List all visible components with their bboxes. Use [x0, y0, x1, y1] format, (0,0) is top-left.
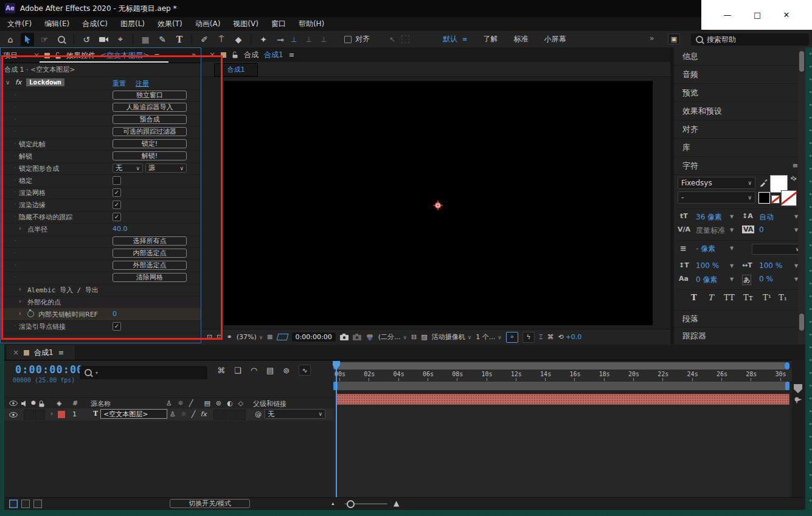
tracking-value[interactable]: 0	[759, 225, 764, 234]
expander-icon[interactable]: ›	[19, 225, 21, 232]
caret-icon[interactable]: ▼	[730, 263, 734, 269]
menu-edit[interactable]: 编辑(E)	[44, 19, 69, 29]
subscript-button[interactable]: T₁	[779, 293, 787, 302]
keyframe-ref-value[interactable]: 0	[113, 310, 117, 318]
graph-editor-icon[interactable]: ∿	[299, 365, 311, 376]
toggle-switches-modes-button[interactable]: 切换开关/模式	[170, 499, 250, 508]
select-all-points-button[interactable]: 选择所有点	[113, 236, 187, 246]
time-navigator[interactable]	[333, 362, 789, 370]
horizontal-scale-value[interactable]: 100 %	[759, 261, 782, 270]
standalone-window-button[interactable]: 独立窗口	[113, 91, 187, 100]
panel-overflow-chevron[interactable]: »	[192, 50, 196, 59]
tab-close-icon[interactable]: ×	[209, 50, 215, 59]
right-dock-scrollbar[interactable]	[798, 47, 805, 345]
graph-comp-select[interactable]: 无∨	[113, 163, 143, 173]
leading-value[interactable]: 自动	[759, 212, 774, 222]
optional-track-filter-button[interactable]: 可选的跟踪过滤器	[113, 127, 187, 136]
magnification-select[interactable]: (37%)∨	[237, 333, 263, 341]
layer-label-color[interactable]	[58, 411, 65, 418]
workspace-learn[interactable]: 了解	[483, 34, 498, 44]
small-caps-button[interactable]: Tᴛ	[743, 293, 753, 302]
font-style-select[interactable]: -∨	[678, 191, 755, 204]
rotate-tool[interactable]: ↺	[80, 33, 93, 46]
zoom-tool[interactable]	[55, 33, 68, 46]
workspace-small-screen[interactable]: 小屏幕	[544, 34, 566, 44]
time-ruler[interactable]: 00s02s04s06s08s10s12s14s16s18s20s22s24s2…	[333, 370, 792, 382]
parent-select[interactable]: 无∨	[265, 409, 325, 419]
tab-close-icon[interactable]: ×	[33, 51, 40, 60]
tab-close-icon[interactable]: ×	[13, 348, 19, 357]
layer-visibility-eye-icon[interactable]	[9, 412, 18, 418]
switch-cell[interactable]	[224, 410, 235, 420]
selection-tool[interactable]	[21, 33, 34, 46]
aux-monitor-icon[interactable]: ⊡	[217, 333, 222, 341]
no-color-swatch[interactable]	[781, 190, 797, 206]
audio-cell[interactable]	[24, 410, 34, 420]
outer-selected-points-button[interactable]: 外部选定点	[113, 261, 187, 270]
view-axis-icon[interactable]: ⊥	[321, 35, 327, 44]
viewer-timecode[interactable]: 0:00:00:00	[292, 332, 336, 342]
panel-menu-icon[interactable]: ≡	[154, 52, 159, 60]
roto-brush-tool[interactable]: ✦	[257, 33, 270, 46]
expander-icon[interactable]: ›	[19, 298, 21, 304]
expander-icon[interactable]: ›	[19, 310, 21, 317]
menu-window[interactable]: 窗口	[271, 19, 286, 29]
render-edges-checkbox[interactable]	[113, 201, 121, 209]
effect-name[interactable]: Lockdown	[26, 78, 64, 86]
pen-tool[interactable]: ✎	[156, 33, 169, 46]
graph-source-select[interactable]: 源∨	[145, 163, 187, 173]
stabilize-checkbox[interactable]	[113, 176, 121, 185]
playhead-line[interactable]	[336, 362, 337, 497]
layer-expander-icon[interactable]: ›	[50, 410, 53, 417]
font-size-value[interactable]: 36 像素	[696, 212, 722, 222]
clear-mesh-button[interactable]: 清除网格	[113, 273, 187, 282]
preview-monitor-icon[interactable]: ⊡	[207, 333, 212, 341]
tab-composition-name[interactable]: 合成1	[264, 50, 283, 60]
frame-blending-icon[interactable]: ▤	[266, 366, 274, 375]
switch-cell[interactable]	[213, 410, 224, 420]
world-axis-icon[interactable]: ⊥	[305, 35, 311, 44]
stroke-width-value[interactable]: - 像素	[696, 244, 715, 254]
local-axis-icon[interactable]: ⊥	[291, 35, 297, 44]
help-search-input[interactable]: 搜索帮助	[691, 33, 809, 46]
eraser-tool[interactable]: ◆	[232, 33, 245, 46]
target-region-icon[interactable]: ⊟	[411, 333, 417, 341]
quality-slash-icon[interactable]: ╱	[192, 410, 196, 418]
expander-icon[interactable]: ›	[19, 286, 21, 292]
lock-button[interactable]: 锁定!	[113, 139, 187, 148]
baseline-shift-value[interactable]: 0 像素	[696, 275, 717, 285]
home-tool[interactable]: ⌂	[4, 33, 17, 46]
region-of-interest-icon[interactable]	[276, 334, 288, 340]
tab-effect-controls-layer[interactable]: <空文本图层>	[100, 50, 149, 61]
resolution-select[interactable]: (二分...∨	[378, 332, 407, 342]
unlock-icon[interactable]	[55, 52, 61, 59]
shy-layers-icon[interactable]: ◠	[251, 366, 257, 375]
eyedropper-icon[interactable]	[760, 179, 768, 187]
effects-switch-icon[interactable]: ☼	[181, 410, 187, 418]
hand-tool[interactable]: ☞	[38, 33, 51, 46]
flowchart-icon[interactable]: ⌘	[547, 333, 553, 341]
shape-tool[interactable]: ■	[139, 33, 152, 46]
comp-marker-well-icon[interactable]	[794, 384, 802, 393]
menu-composition[interactable]: 合成(C)	[82, 19, 108, 29]
quality-switch-icon[interactable]: ♙	[170, 410, 176, 418]
zoom-in-mountain-icon[interactable]: ▲	[394, 499, 399, 507]
menu-file[interactable]: 文件(F)	[7, 19, 32, 29]
layer-name-field[interactable]: <空文本图层>	[100, 409, 167, 419]
menu-layer[interactable]: 图层(L)	[120, 19, 145, 29]
face-tracker-import-button[interactable]: 人脸追踪器导入	[113, 103, 187, 112]
layer-search-input[interactable]: ▾	[80, 366, 207, 379]
brush-tool[interactable]: ✐	[198, 33, 211, 46]
stereo-glasses-icon[interactable]: ⚭	[226, 333, 232, 341]
unlock-icon[interactable]	[232, 51, 238, 58]
navigator-end-handle[interactable]	[785, 362, 789, 370]
point-radius-value[interactable]: 40.0	[113, 225, 128, 233]
work-area-bar[interactable]	[333, 382, 789, 390]
expand-layer-switches-icon[interactable]	[9, 500, 18, 508]
comp-marker-bird-icon[interactable]	[794, 396, 802, 404]
panel-menu-icon[interactable]: ≡	[793, 162, 798, 170]
shared-view-icon[interactable]: ⌖	[506, 332, 518, 343]
caret-icon[interactable]: ▼	[730, 277, 734, 282]
stopwatch-icon[interactable]	[27, 311, 34, 319]
close-button[interactable]: ✕	[783, 10, 790, 19]
